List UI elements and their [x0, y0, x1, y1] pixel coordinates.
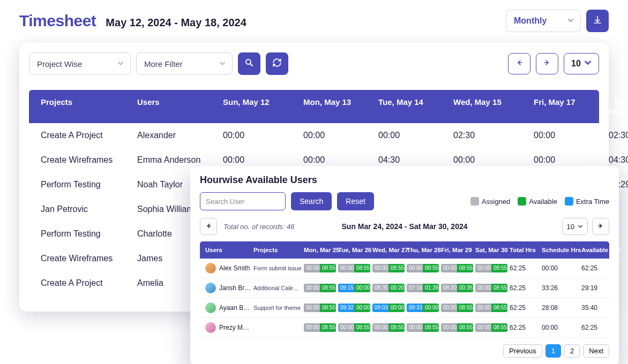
popup-back-button[interactable]	[200, 218, 217, 235]
user-name: Ayaan Bowen	[219, 304, 251, 312]
time-chip: 08:55	[491, 284, 507, 292]
download-icon	[593, 15, 602, 27]
download-button[interactable]	[586, 10, 609, 32]
time-pair: 00:0008:55	[475, 323, 507, 332]
prev-period-button[interactable]	[508, 53, 530, 74]
time-chip: 09:03	[372, 304, 388, 312]
time-chip: 00:00	[354, 284, 370, 292]
time-chip: 00:00	[304, 323, 320, 332]
chevron-down-icon	[219, 59, 226, 69]
chevron-down-icon	[567, 16, 574, 26]
schedule-hours: 28:08	[542, 304, 579, 312]
time-chip: 08:55	[388, 264, 405, 272]
list-item: Ayaan BowenSupport for theme00:0008:5509…	[200, 298, 609, 318]
pagination-next[interactable]: Next	[583, 344, 609, 358]
more-filter-value: More Filter	[144, 59, 183, 69]
time-pair: 07:1601:39	[407, 284, 439, 292]
search-input[interactable]	[200, 192, 286, 210]
pcol-available: Available Hrs	[581, 247, 620, 253]
project-name: Support for theme	[253, 305, 302, 311]
project-name: Additional Calendar	[253, 285, 302, 291]
time-pair: 00:0008:55	[372, 264, 405, 272]
time-chip: 08:55	[320, 284, 336, 292]
group-by-select[interactable]: Project Wise	[29, 52, 131, 75]
user-name: Jansh Brown	[219, 284, 251, 292]
time-pair: 00:0008:55	[441, 264, 473, 272]
popup-pagination: Previous 1 2 Next	[200, 344, 609, 358]
popup-page-size-select[interactable]: 10	[562, 218, 588, 235]
pagination-page-2[interactable]: 2	[564, 344, 580, 358]
cell-tue: 00:00	[378, 131, 453, 140]
pcol-schedule: Schedule Hrs	[542, 247, 579, 253]
col-fri: Fri, May 17	[534, 97, 609, 116]
more-filter-select[interactable]: More Filter	[136, 52, 233, 75]
list-item: Prezy Mark00:0008:5500:0008:5500:0008:55…	[200, 318, 609, 338]
time-chip: 09:32	[338, 304, 354, 312]
arrow-left-icon	[205, 222, 212, 231]
timesheet-header-row: Projects Users Sun, May 12 Mon, May 13 T…	[29, 90, 599, 123]
time-chip: 00:00	[407, 264, 423, 272]
time-pair: 00:0008:55	[407, 323, 439, 332]
time-pair: 00:0008:55	[304, 264, 336, 272]
toolbar: Project Wise More Filter	[29, 52, 599, 75]
cell-user: Alexander	[137, 131, 223, 140]
project-name: Form submit issue	[253, 265, 302, 271]
pagination-page-1[interactable]: 1	[545, 344, 561, 358]
period-select[interactable]: Monthly	[506, 10, 581, 32]
time-chip: 08:55	[491, 323, 507, 332]
time-pair: 08:3500:20	[372, 284, 405, 292]
time-pair: 00:0008:55	[407, 264, 439, 272]
next-period-button[interactable]	[536, 53, 558, 74]
refresh-button[interactable]	[266, 52, 288, 75]
cell-project: Create A Project	[41, 131, 137, 140]
time-chip: 00:00	[304, 304, 320, 312]
user-cell: Ayaan Bowen	[205, 302, 251, 313]
search-button[interactable]	[238, 52, 260, 75]
cell-fri: 00:00	[534, 131, 609, 140]
schedule-hours: 00:00	[542, 324, 579, 331]
time-chip: 08:55	[354, 264, 370, 272]
user-cell: Prezy Mark	[205, 322, 251, 333]
user-cell: Alex Smith	[205, 263, 251, 274]
schedule-hours: 33:26	[542, 284, 579, 292]
pcol-thu: Thu, Mar 28	[407, 247, 439, 253]
time-chip: 00:00	[475, 284, 491, 292]
cell-wed: 02:30	[453, 131, 534, 140]
col-mon: Mon, May 13	[303, 97, 378, 116]
time-chip: 00:35	[457, 284, 473, 292]
popup-page-size-value: 10	[567, 223, 574, 231]
time-pair: 00:0008:55	[475, 304, 507, 312]
avatar	[205, 302, 216, 313]
legend-label-assigned: Assigned	[482, 198, 510, 206]
cell-total: 04:30	[609, 155, 628, 165]
time-chip: 00:00	[304, 264, 320, 272]
time-pair: 00:0008:55	[304, 304, 336, 312]
pcol-tue: Tue, Mar 26	[338, 247, 370, 253]
time-chip: 08:20	[441, 284, 457, 292]
list-item: Jansh BrownAdditional Calendar00:0008:55…	[200, 278, 609, 298]
page-size-select[interactable]: 10	[564, 53, 599, 74]
popup-reset-button[interactable]: Reset	[337, 192, 374, 210]
pagination-previous[interactable]: Previous	[503, 344, 542, 358]
pcol-sat: Sat, Mar 30	[475, 247, 507, 253]
avatar	[205, 263, 216, 274]
time-chip: 00:00	[372, 264, 388, 272]
popup-forward-button[interactable]	[592, 218, 609, 235]
total-hours: 62:25	[510, 264, 540, 272]
popup-search-button[interactable]: Search	[291, 192, 332, 210]
time-pair: 09:3300:00	[407, 304, 439, 312]
time-chip: 08:55	[320, 323, 336, 332]
time-chip: 00:00	[372, 323, 388, 332]
cell-mon: 00:00	[303, 155, 378, 165]
legend-swatch-available	[518, 197, 526, 206]
time-pair: 00:0008:55	[441, 304, 473, 312]
time-chip: 00:00	[441, 323, 457, 332]
time-pair: 09:3200:00	[338, 304, 370, 312]
table-row: Create A ProjectAlexander00:0000:0000:00…	[29, 123, 599, 148]
time-pair: 08:2000:35	[441, 284, 473, 292]
time-chip: 08:55	[423, 323, 439, 332]
cell-sun: 00:00	[223, 155, 303, 165]
time-chip: 00:00	[475, 264, 491, 272]
page-title: Timesheet	[19, 12, 96, 30]
time-pair: 00:0008:55	[338, 323, 370, 332]
